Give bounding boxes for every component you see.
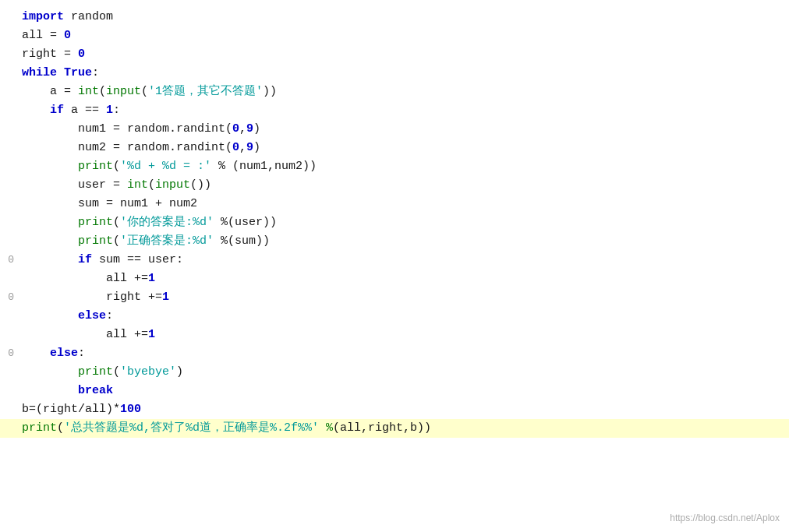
code-line: import random bbox=[0, 8, 789, 26]
code-line: num2 = random.randint(0,9) bbox=[0, 139, 789, 157]
code-line: user = int(input()) bbox=[0, 176, 789, 195]
line-content: all = 0 bbox=[22, 26, 780, 44]
line-content: all +=1 bbox=[22, 270, 780, 287]
line-content: all +=1 bbox=[22, 326, 780, 344]
watermark: https://blog.csdn.net/Aplox bbox=[670, 511, 780, 526]
line-gutter: 0 bbox=[0, 290, 14, 305]
line-content: print('总共答题是%d,答对了%d道，正确率是%.2f%%' %(all,… bbox=[22, 419, 780, 437]
line-content: b=(right/all)*100 bbox=[22, 400, 780, 418]
code-line: else: bbox=[0, 307, 789, 326]
line-content: while True: bbox=[22, 64, 780, 82]
line-content: num2 = random.randint(0,9) bbox=[22, 139, 780, 157]
code-line: break bbox=[0, 382, 789, 400]
line-content: else: bbox=[22, 344, 780, 362]
code-line: 0 else: bbox=[0, 344, 789, 363]
line-content: sum = num1 + num2 bbox=[22, 195, 780, 213]
code-line: print('%d + %d = :' % (num1,num2)) bbox=[0, 157, 789, 176]
code-line: sum = num1 + num2 bbox=[0, 195, 789, 213]
code-container: import randomall = 0right = 0while True:… bbox=[0, 0, 789, 532]
code-line: print('正确答案是:%d' %(sum)) bbox=[0, 232, 789, 251]
code-line: 0 if sum == user: bbox=[0, 251, 789, 270]
line-content: num1 = random.randint(0,9) bbox=[22, 120, 780, 138]
code-line: b=(right/all)*100 bbox=[0, 400, 789, 419]
code-line: num1 = random.randint(0,9) bbox=[0, 120, 789, 139]
line-content: if sum == user: bbox=[22, 251, 780, 269]
code-line: right = 0 bbox=[0, 45, 789, 64]
line-content: print('byebye') bbox=[22, 363, 780, 381]
line-content: import random bbox=[22, 8, 780, 26]
line-content: right +=1 bbox=[22, 288, 780, 306]
code-line: all = 0 bbox=[0, 26, 789, 45]
code-line: a = int(input('1答题，其它不答题')) bbox=[0, 83, 789, 101]
code-line: while True: bbox=[0, 64, 789, 83]
code-line: print('总共答题是%d,答对了%d道，正确率是%.2f%%' %(all,… bbox=[0, 419, 789, 438]
line-content: print('%d + %d = :' % (num1,num2)) bbox=[22, 157, 780, 175]
line-content: else: bbox=[22, 307, 780, 325]
line-gutter: 0 bbox=[0, 252, 14, 268]
line-content: print('你的答案是:%d' %(user)) bbox=[22, 213, 780, 231]
code-line: print('byebye') bbox=[0, 363, 789, 382]
code-line: print('你的答案是:%d' %(user)) bbox=[0, 213, 789, 232]
line-content: right = 0 bbox=[22, 45, 780, 63]
line-content: print('正确答案是:%d' %(sum)) bbox=[22, 232, 780, 250]
line-gutter: 0 bbox=[0, 346, 14, 361]
line-content: break bbox=[22, 382, 780, 400]
line-content: user = int(input()) bbox=[22, 176, 780, 194]
code-line: 0 right +=1 bbox=[0, 288, 789, 307]
code-line: all +=1 bbox=[0, 270, 789, 288]
code-line: all +=1 bbox=[0, 326, 789, 344]
line-content: a = int(input('1答题，其它不答题')) bbox=[22, 83, 780, 100]
code-line: if a == 1: bbox=[0, 101, 789, 120]
line-content: if a == 1: bbox=[22, 101, 780, 119]
